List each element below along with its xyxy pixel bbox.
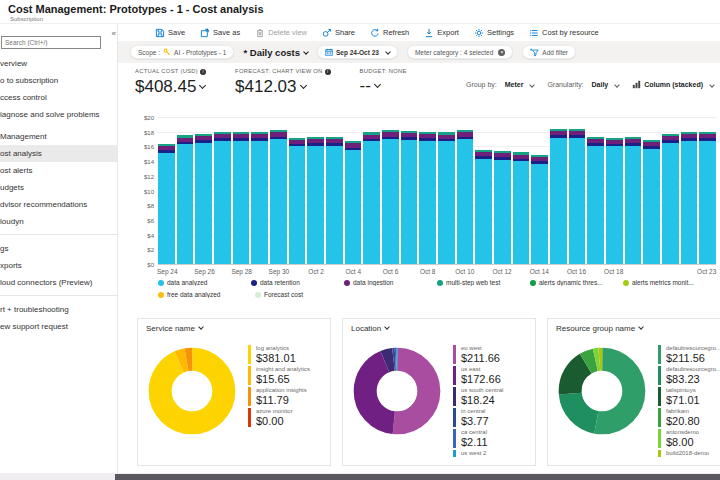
forecast-cost-value[interactable]: $412.03 bbox=[235, 77, 331, 97]
donut-legend-item[interactable]: insight and analytics$15.65 bbox=[248, 366, 326, 385]
legend-item[interactable]: data retention bbox=[251, 279, 344, 286]
kpi-row: ACTUAL COST (USD)i $408.45 FORECAST: CHA… bbox=[135, 68, 407, 97]
bar-segment bbox=[587, 146, 604, 264]
donut-legend-item[interactable]: defaultresourcegro...$83.23 bbox=[658, 366, 720, 385]
info-icon[interactable]: i bbox=[325, 69, 331, 75]
donut-legend-item[interactable]: in central$3.77 bbox=[453, 408, 531, 427]
sidebar-item-udgets[interactable]: udgets bbox=[0, 179, 117, 196]
add-filter-icon bbox=[530, 48, 539, 57]
share-button[interactable]: Share bbox=[322, 28, 355, 38]
remove-filter-icon[interactable]: × bbox=[498, 49, 505, 56]
bar-oct-8[interactable] bbox=[419, 132, 436, 264]
donut-legend-item[interactable]: eu west$211.66 bbox=[453, 345, 531, 364]
bar-oct-5[interactable] bbox=[363, 132, 380, 264]
donut-legend-item[interactable]: fabrikam$20.80 bbox=[658, 408, 720, 427]
bar-oct-21[interactable] bbox=[662, 134, 679, 264]
bar-sep-26[interactable] bbox=[195, 134, 212, 264]
sidebar-item-ost-analysis[interactable]: ost analysis bbox=[0, 145, 117, 162]
bar-oct-9[interactable] bbox=[438, 132, 455, 264]
bar-sep-25[interactable] bbox=[177, 135, 194, 264]
donut-legend-item[interactable]: tailspintoys$71.01 bbox=[658, 387, 720, 406]
sidebar-item-dvisor-recommendations[interactable]: dvisor recommendations bbox=[0, 196, 117, 213]
card-title[interactable]: Service name bbox=[146, 324, 203, 333]
refresh-button[interactable]: Refresh bbox=[370, 28, 409, 38]
actual-cost-value[interactable]: $408.45 bbox=[135, 77, 206, 97]
sidebar-item-o-to-subscription[interactable]: o to subscription bbox=[0, 72, 117, 89]
collapse-sidebar-icon[interactable]: « bbox=[112, 29, 116, 38]
sidebar-item-verview[interactable]: verview bbox=[0, 55, 117, 72]
donut-legend-item[interactable]: build2018-demo bbox=[658, 450, 720, 457]
legend-item[interactable]: Forecast cost bbox=[255, 291, 352, 298]
bar-oct-15[interactable] bbox=[550, 129, 567, 264]
bar-oct-11[interactable] bbox=[475, 150, 492, 264]
bar-oct-20[interactable] bbox=[643, 140, 660, 264]
meter-category-pill[interactable]: Meter category : 4 selected × bbox=[407, 45, 513, 59]
sidebar-item-ccess-control[interactable]: ccess control bbox=[0, 89, 117, 106]
delete-view-button[interactable]: Delete view bbox=[255, 28, 307, 38]
donut-legend-item[interactable]: azure monitor$0.00 bbox=[248, 408, 326, 427]
bar-sep-27[interactable] bbox=[214, 132, 231, 264]
card-title[interactable]: Resource group name bbox=[556, 324, 643, 333]
bar-oct-16[interactable] bbox=[569, 129, 586, 264]
bar-oct-1[interactable] bbox=[289, 138, 306, 264]
bar-oct-13[interactable] bbox=[513, 152, 530, 264]
bar-oct-12[interactable] bbox=[494, 151, 511, 264]
settings-button[interactable]: Settings bbox=[474, 28, 514, 38]
bar-sep-30[interactable] bbox=[270, 130, 287, 264]
granularity-selector[interactable]: Granularity: Daily bbox=[547, 81, 619, 88]
cost-by-resource-button[interactable]: Cost by resource bbox=[529, 28, 599, 38]
chart-type-selector[interactable]: Column (stacked) bbox=[632, 80, 714, 89]
date-range-pill[interactable]: Sep 24-Oct 23 bbox=[317, 45, 398, 59]
bar-oct-4[interactable] bbox=[345, 141, 362, 264]
legend-item[interactable]: alerts dynamic thres... bbox=[530, 279, 623, 286]
bar-oct-6[interactable] bbox=[382, 130, 399, 264]
bar-oct-19[interactable] bbox=[625, 137, 642, 264]
donut-legend-item[interactable]: us west 2 bbox=[453, 450, 531, 457]
legend-item[interactable]: free data analyzed bbox=[158, 291, 255, 298]
donut-legend-item[interactable]: defaultresourcegro...$211.56 bbox=[658, 345, 720, 364]
sidebar-item-ost-alerts[interactable]: ost alerts bbox=[0, 162, 117, 179]
sidebar-nav: verviewo to subscriptionccess controliag… bbox=[0, 55, 117, 335]
add-filter-pill[interactable]: Add filter bbox=[522, 45, 576, 59]
search-input[interactable] bbox=[1, 36, 101, 49]
card-title-text: Location bbox=[351, 324, 381, 333]
legend-item[interactable]: alerts metrics monit... bbox=[623, 279, 716, 286]
sidebar-item-iagnose-and-solve-problems[interactable]: iagnose and solve problems bbox=[0, 106, 117, 123]
donut-legend-item[interactable]: log analytics$381.01 bbox=[248, 345, 326, 364]
sidebar-item-ew-support-request[interactable]: ew support request bbox=[0, 318, 117, 335]
bar-oct-7[interactable] bbox=[401, 131, 418, 264]
bar-oct-17[interactable] bbox=[587, 137, 604, 264]
bar-sep-29[interactable] bbox=[251, 132, 268, 264]
bar-oct-22[interactable] bbox=[681, 132, 698, 264]
donut-legend-item[interactable]: antonsdemo$8.00 bbox=[658, 429, 720, 448]
donut-legend-item[interactable]: application insights$11.79 bbox=[248, 387, 326, 406]
sidebar-item-loud-connectors-preview-[interactable]: loud connectors (Preview) bbox=[0, 274, 117, 291]
bar-oct-14[interactable] bbox=[531, 155, 548, 264]
sidebar-item-xports[interactable]: xports bbox=[0, 257, 117, 274]
budget-value[interactable]: -- bbox=[360, 76, 407, 96]
bar-sep-24[interactable] bbox=[158, 144, 175, 264]
bar-oct-10[interactable] bbox=[457, 130, 474, 264]
donut-legend-item[interactable]: us east$172.66 bbox=[453, 366, 531, 385]
bar-oct-23[interactable] bbox=[699, 132, 716, 264]
bar-sep-28[interactable] bbox=[233, 132, 250, 264]
scope-pill[interactable]: Scope : AI - Prototypes - 1 bbox=[130, 45, 234, 59]
horizontal-scrollbar-thumb[interactable] bbox=[115, 474, 720, 480]
legend-item[interactable]: data analyzed bbox=[158, 279, 251, 286]
donut-legend-label: fabrikam bbox=[666, 408, 720, 415]
bar-oct-2[interactable] bbox=[307, 137, 324, 264]
save-as-button[interactable]: Save as bbox=[200, 28, 240, 38]
bar-oct-18[interactable] bbox=[606, 138, 623, 264]
export-button[interactable]: Export bbox=[424, 28, 459, 38]
sidebar-item-loudyn[interactable]: loudyn bbox=[0, 213, 117, 230]
save-button[interactable]: Save bbox=[155, 28, 185, 38]
donut-legend-item[interactable]: us south central$18.24 bbox=[453, 387, 531, 406]
bar-oct-3[interactable] bbox=[326, 137, 343, 264]
legend-item[interactable]: multi-step web test bbox=[437, 279, 530, 286]
group-by-selector[interactable]: Group by: Meter bbox=[466, 81, 534, 88]
legend-item[interactable]: data ingestion bbox=[344, 279, 437, 286]
info-icon[interactable]: i bbox=[200, 69, 206, 75]
view-selector[interactable]: * Daily costs bbox=[243, 47, 308, 58]
card-title[interactable]: Location bbox=[351, 324, 389, 333]
donut-legend-item[interactable]: ca central$2.11 bbox=[453, 429, 531, 448]
